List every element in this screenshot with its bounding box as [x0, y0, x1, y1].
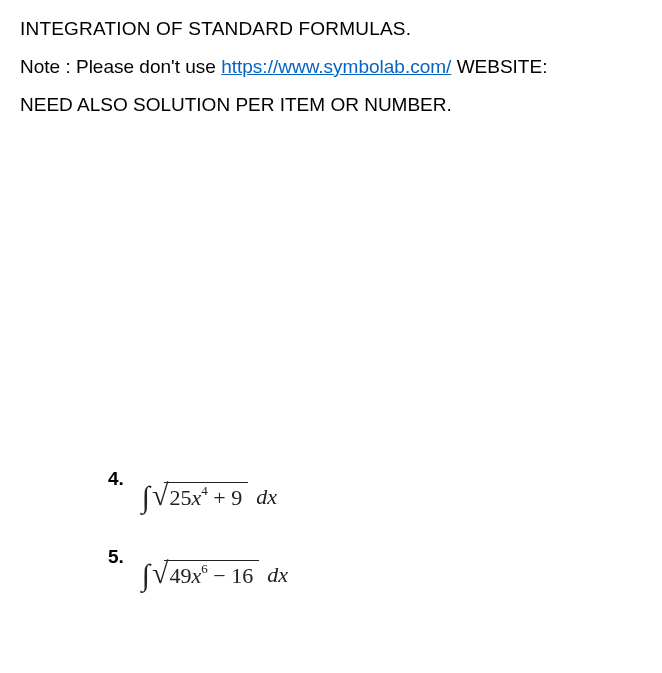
need-line: NEED ALSO SOLUTION PER ITEM OR NUMBER.: [20, 94, 642, 116]
problem-number: 5.: [108, 544, 124, 568]
sqrt-icon: √: [152, 558, 168, 588]
exponent: 6: [201, 561, 208, 576]
differential: dx: [267, 562, 288, 588]
constant: 16: [231, 564, 253, 589]
constant: 9: [231, 486, 242, 511]
problem-item: 4. ∫ √ 25x4 + 9 dx: [108, 466, 642, 514]
variable: x: [192, 564, 202, 589]
sqrt-expression: √ 49x6 − 16: [152, 560, 259, 590]
sqrt-body: 25x4 + 9: [164, 482, 249, 511]
integral-sign-icon: ∫: [142, 558, 150, 592]
problems-list: 4. ∫ √ 25x4 + 9 dx 5. ∫ √ 49x6 −: [108, 466, 642, 592]
problem-item: 5. ∫ √ 49x6 − 16 dx: [108, 544, 642, 592]
differential: dx: [256, 484, 277, 510]
sqrt-icon: √: [152, 480, 168, 510]
note-line: Note : Please don't use https://www.symb…: [20, 56, 642, 78]
coefficient: 49: [170, 564, 192, 589]
integral-sign-icon: ∫: [142, 480, 150, 514]
symbolab-link[interactable]: https://www.symbolab.com/: [221, 56, 451, 77]
coefficient: 25: [170, 486, 192, 511]
operator: +: [213, 486, 225, 511]
exponent: 4: [201, 483, 208, 498]
sqrt-body: 49x6 − 16: [164, 560, 260, 589]
integral-expression: ∫ √ 49x6 − 16 dx: [142, 544, 288, 592]
operator: −: [213, 564, 225, 589]
note-suffix: WEBSITE:: [451, 56, 547, 77]
problem-number: 4.: [108, 466, 124, 490]
variable: x: [192, 486, 202, 511]
sqrt-expression: √ 25x4 + 9: [152, 482, 248, 512]
note-prefix: Note : Please don't use: [20, 56, 221, 77]
page-heading: INTEGRATION OF STANDARD FORMULAS.: [20, 18, 642, 40]
integral-expression: ∫ √ 25x4 + 9 dx: [142, 466, 277, 514]
